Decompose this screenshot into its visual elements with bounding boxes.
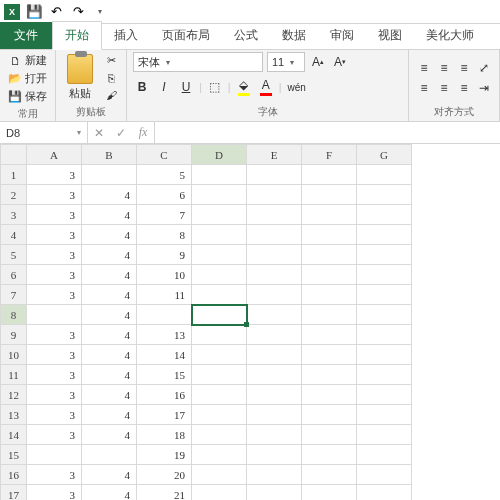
cell-C8[interactable] [137, 305, 192, 325]
cell-D1[interactable] [192, 165, 247, 185]
cell-G3[interactable] [357, 205, 412, 225]
cell-F14[interactable] [302, 425, 357, 445]
tab-home[interactable]: 开始 [52, 21, 102, 50]
fill-color-button[interactable]: ⬙ [235, 78, 253, 96]
row-header-5[interactable]: 5 [1, 245, 27, 265]
cell-B1[interactable] [82, 165, 137, 185]
cell-C14[interactable]: 18 [137, 425, 192, 445]
align-middle-button[interactable]: ≡ [435, 59, 453, 77]
cell-B2[interactable]: 4 [82, 185, 137, 205]
cell-F8[interactable] [302, 305, 357, 325]
align-bottom-button[interactable]: ≡ [455, 59, 473, 77]
cell-G15[interactable] [357, 445, 412, 465]
cell-A14[interactable]: 3 [27, 425, 82, 445]
col-header-F[interactable]: F [302, 145, 357, 165]
cell-G2[interactable] [357, 185, 412, 205]
cell-E4[interactable] [247, 225, 302, 245]
cell-G5[interactable] [357, 245, 412, 265]
cell-D10[interactable] [192, 345, 247, 365]
col-header-G[interactable]: G [357, 145, 412, 165]
cell-E9[interactable] [247, 325, 302, 345]
cell-A1[interactable]: 3 [27, 165, 82, 185]
cell-B15[interactable] [82, 445, 137, 465]
col-header-A[interactable]: A [27, 145, 82, 165]
cell-D16[interactable] [192, 465, 247, 485]
cell-C6[interactable]: 10 [137, 265, 192, 285]
cell-C12[interactable]: 16 [137, 385, 192, 405]
cell-F16[interactable] [302, 465, 357, 485]
row-header-11[interactable]: 11 [1, 365, 27, 385]
tab-insert[interactable]: 插入 [102, 22, 150, 49]
cell-D13[interactable] [192, 405, 247, 425]
cell-G10[interactable] [357, 345, 412, 365]
cell-A10[interactable]: 3 [27, 345, 82, 365]
bold-button[interactable]: B [133, 78, 151, 96]
cell-G12[interactable] [357, 385, 412, 405]
cancel-formula-button[interactable]: ✕ [88, 126, 110, 140]
cell-A13[interactable]: 3 [27, 405, 82, 425]
cell-C10[interactable]: 14 [137, 345, 192, 365]
cell-B3[interactable]: 4 [82, 205, 137, 225]
row-header-8[interactable]: 8 [1, 305, 27, 325]
cell-B7[interactable]: 4 [82, 285, 137, 305]
cell-E12[interactable] [247, 385, 302, 405]
cell-D4[interactable] [192, 225, 247, 245]
cell-G7[interactable] [357, 285, 412, 305]
cell-D15[interactable] [192, 445, 247, 465]
cell-C3[interactable]: 7 [137, 205, 192, 225]
cell-G11[interactable] [357, 365, 412, 385]
row-header-13[interactable]: 13 [1, 405, 27, 425]
cell-B17[interactable]: 4 [82, 485, 137, 501]
cell-D5[interactable] [192, 245, 247, 265]
cell-E8[interactable] [247, 305, 302, 325]
cell-D11[interactable] [192, 365, 247, 385]
save-button2[interactable]: 💾保存 [6, 88, 49, 105]
row-header-4[interactable]: 4 [1, 225, 27, 245]
cell-D8[interactable] [192, 305, 247, 325]
cell-G6[interactable] [357, 265, 412, 285]
cell-A8[interactable] [27, 305, 82, 325]
cell-C7[interactable]: 11 [137, 285, 192, 305]
open-button[interactable]: 📂打开 [6, 70, 49, 87]
orientation-button[interactable]: ⤢ [475, 59, 493, 77]
cell-F1[interactable] [302, 165, 357, 185]
cell-E13[interactable] [247, 405, 302, 425]
cell-G1[interactable] [357, 165, 412, 185]
cell-C13[interactable]: 17 [137, 405, 192, 425]
redo-button[interactable]: ↷ [68, 3, 88, 21]
row-header-7[interactable]: 7 [1, 285, 27, 305]
cell-G4[interactable] [357, 225, 412, 245]
cell-F4[interactable] [302, 225, 357, 245]
increase-font-button[interactable]: A▴ [309, 53, 327, 71]
cell-B16[interactable]: 4 [82, 465, 137, 485]
cell-F7[interactable] [302, 285, 357, 305]
tab-layout[interactable]: 页面布局 [150, 22, 222, 49]
cell-A4[interactable]: 3 [27, 225, 82, 245]
row-header-2[interactable]: 2 [1, 185, 27, 205]
cell-E7[interactable] [247, 285, 302, 305]
cell-E11[interactable] [247, 365, 302, 385]
cell-E3[interactable] [247, 205, 302, 225]
tab-data[interactable]: 数据 [270, 22, 318, 49]
cell-A3[interactable]: 3 [27, 205, 82, 225]
cell-F17[interactable] [302, 485, 357, 501]
cell-E16[interactable] [247, 465, 302, 485]
enter-formula-button[interactable]: ✓ [110, 126, 132, 140]
cell-B14[interactable]: 4 [82, 425, 137, 445]
indent-button[interactable]: ⇥ [475, 79, 493, 97]
row-header-16[interactable]: 16 [1, 465, 27, 485]
row-header-14[interactable]: 14 [1, 425, 27, 445]
grid[interactable]: ABCDEFG135234633474348534963410734118493… [0, 144, 412, 500]
cell-E1[interactable] [247, 165, 302, 185]
cell-E14[interactable] [247, 425, 302, 445]
tab-file[interactable]: 文件 [0, 22, 52, 49]
cell-E15[interactable] [247, 445, 302, 465]
tab-formula[interactable]: 公式 [222, 22, 270, 49]
cell-A17[interactable]: 3 [27, 485, 82, 501]
cell-G9[interactable] [357, 325, 412, 345]
cell-B6[interactable]: 4 [82, 265, 137, 285]
cell-A7[interactable]: 3 [27, 285, 82, 305]
cell-B9[interactable]: 4 [82, 325, 137, 345]
tab-view[interactable]: 视图 [366, 22, 414, 49]
row-header-3[interactable]: 3 [1, 205, 27, 225]
